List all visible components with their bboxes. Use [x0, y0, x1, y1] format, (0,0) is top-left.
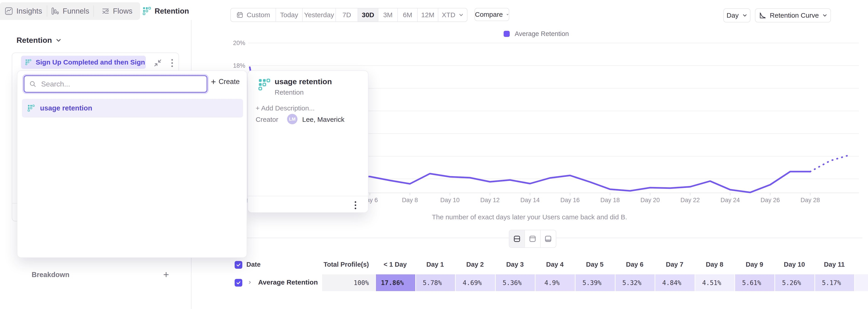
col-header-day-5[interactable]: Day 5: [576, 261, 614, 268]
col-header-day-2[interactable]: Day 2: [456, 261, 494, 268]
col-header--1-day[interactable]: < 1 Day: [376, 261, 414, 268]
col-header-day-9[interactable]: Day 9: [735, 261, 774, 268]
range-label: 3M: [383, 11, 393, 19]
range-custom[interactable]: Custom: [231, 8, 276, 22]
layout-toggle-group: [509, 230, 556, 248]
search-input[interactable]: [41, 80, 195, 88]
sidebar-retention-heading[interactable]: Retention: [17, 36, 61, 45]
x-axis-label: Day 18: [600, 197, 620, 203]
cell-day-4[interactable]: 4.9%: [535, 274, 575, 291]
event-pill[interactable]: Sign Up Completed and then Sign Up Co...: [21, 56, 146, 69]
range-3m[interactable]: 3M: [378, 8, 397, 22]
layout-table-view-button[interactable]: [540, 230, 556, 247]
cell-day-8[interactable]: 4.51%: [695, 274, 735, 291]
retention-grid-icon: [27, 104, 35, 112]
range-xtd[interactable]: XTD: [438, 8, 467, 22]
cell-day-12[interactable]: [855, 274, 868, 291]
range-label: Custom: [247, 11, 270, 19]
cell-day-5[interactable]: 5.39%: [576, 274, 615, 291]
row-checkbox[interactable]: [235, 279, 242, 287]
cell-day-6[interactable]: 5.32%: [616, 274, 655, 291]
cell-day-11[interactable]: 5.17%: [815, 274, 855, 291]
cell-day-0[interactable]: 17.86%: [376, 274, 415, 291]
col-header-date[interactable]: Date: [246, 261, 260, 268]
cell-day-9[interactable]: 5.61%: [735, 274, 774, 291]
search-result-usage-retention[interactable]: usage retention: [22, 99, 243, 117]
date-range-segmented-control: CustomTodayYesterday7D30D3M6M12MXTD: [230, 8, 467, 22]
report-tab-strip: Insights Funnels Flows: [0, 2, 140, 20]
col-header-day-3[interactable]: Day 3: [496, 261, 534, 268]
cell-total[interactable]: 100%: [322, 274, 375, 291]
collapse-icon[interactable]: [153, 58, 162, 67]
chart-type-dropdown[interactable]: Retention Curve: [755, 8, 831, 22]
col-header-day-10[interactable]: Day 10: [775, 261, 813, 268]
x-axis-label: Day 12: [480, 197, 500, 203]
col-header-total-profiles[interactable]: Total Profile(s): [322, 261, 369, 268]
checkmark-icon: [236, 262, 241, 268]
range-label: 12M: [421, 11, 434, 19]
cell-day-7[interactable]: 4.84%: [655, 274, 694, 291]
event-kebab-menu-icon[interactable]: [171, 59, 173, 67]
row-label: Average Retention: [258, 278, 318, 286]
retention-grid-icon: [143, 6, 151, 16]
range-12m[interactable]: 12M: [417, 8, 438, 22]
tab-flows-label: Flows: [113, 7, 132, 16]
compare-button[interactable]: Compare: [474, 8, 509, 21]
layout-split-view-button[interactable]: [509, 230, 524, 247]
chart-caption: The number of exact days later your User…: [191, 213, 868, 221]
range-label: Today: [280, 11, 298, 19]
creator-label: Creator: [256, 116, 278, 123]
calendar-icon: [236, 11, 243, 19]
cell-day-3[interactable]: 5.36%: [496, 274, 535, 291]
flows-icon: [101, 7, 110, 16]
col-header-day-8[interactable]: Day 8: [695, 261, 734, 268]
cell-day-1[interactable]: 5.78%: [416, 274, 455, 291]
layout-chart-view-button[interactable]: [524, 230, 540, 247]
granularity-dropdown[interactable]: Day: [723, 8, 750, 22]
breakdown-add-button[interactable]: +: [163, 269, 169, 280]
report-type-label: Retention: [275, 88, 304, 96]
col-header-day-4[interactable]: Day 4: [536, 261, 574, 268]
x-axis-label: Day 10: [440, 197, 460, 203]
chart-legend[interactable]: Average Retention: [504, 30, 569, 37]
col-header-day-6[interactable]: Day 6: [616, 261, 654, 268]
legend-swatch: [504, 31, 510, 37]
chart-type-label: Retention Curve: [770, 11, 819, 19]
create-button[interactable]: + Create: [211, 78, 240, 86]
add-description-button[interactable]: + Add Description...: [256, 104, 315, 112]
creator-name: Lee, Maverick: [302, 116, 344, 123]
funnels-bars-icon: [51, 7, 59, 16]
retention-grid-icon: [25, 58, 32, 66]
report-title: usage retention: [275, 77, 332, 86]
search-field[interactable]: [24, 75, 207, 92]
insights-chart-icon: [4, 7, 13, 16]
tab-insights-label: Insights: [16, 7, 42, 16]
x-axis-label: Day 24: [720, 197, 740, 203]
tab-insights[interactable]: Insights: [0, 2, 47, 20]
col-header-day-1[interactable]: Day 1: [416, 261, 454, 268]
range-30d[interactable]: 30D: [358, 8, 378, 22]
cell-day-2[interactable]: 4.69%: [456, 274, 495, 291]
breakdown-section-label: Breakdown: [32, 271, 69, 279]
tab-flows[interactable]: Flows: [93, 2, 140, 20]
tab-retention[interactable]: Retention: [140, 2, 191, 20]
y-axis-label: 20%: [233, 39, 245, 47]
range-7d[interactable]: 7D: [336, 8, 358, 22]
chevron-down-icon: [56, 37, 61, 43]
range-label: XTD: [442, 11, 456, 19]
col-header-day-11[interactable]: Day 11: [815, 261, 854, 268]
average-retention-line-projected[interactable]: [810, 155, 850, 172]
range-yesterday[interactable]: Yesterday: [302, 8, 336, 22]
row-expand-chevron[interactable]: ›: [249, 278, 251, 286]
col-header-day-7[interactable]: Day 7: [655, 261, 694, 268]
select-all-checkbox[interactable]: [235, 261, 242, 269]
table-view-icon: [544, 235, 552, 243]
tab-funnels[interactable]: Funnels: [47, 2, 94, 20]
cell-day-10[interactable]: 5.26%: [775, 274, 814, 291]
granularity-label: Day: [726, 11, 739, 19]
range-6m[interactable]: 6M: [397, 8, 417, 22]
retention-grid-icon: [258, 78, 271, 91]
range-label: 6M: [403, 11, 412, 19]
range-today[interactable]: Today: [276, 8, 302, 22]
details-kebab-menu-icon[interactable]: [355, 201, 356, 209]
